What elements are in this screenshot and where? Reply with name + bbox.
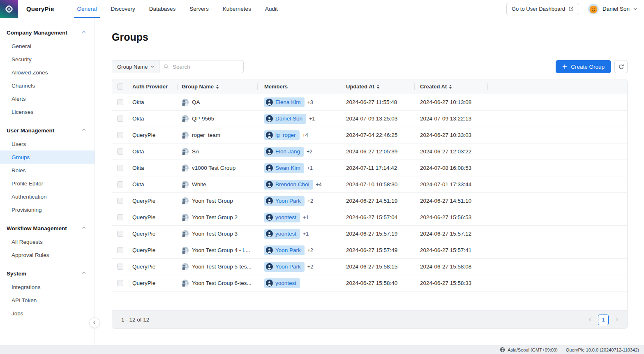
- header-group-name[interactable]: Group Name: [178, 79, 258, 94]
- sidebar-item-all-requests[interactable]: All Requests: [0, 235, 95, 248]
- member-chip[interactable]: lg_roger: [264, 130, 300, 140]
- member-avatar-icon: [266, 99, 273, 106]
- member-avatar-icon: [266, 148, 273, 155]
- member-chip[interactable]: Yoon Park: [264, 245, 305, 255]
- members-cell: Brendon Choi +4: [258, 176, 341, 192]
- header-members: Members: [258, 79, 341, 94]
- sidebar-item-provisioning[interactable]: Provisioning: [0, 203, 95, 216]
- member-chip[interactable]: Daniel Son: [264, 114, 306, 124]
- sidebar-section-title: Company Management: [7, 30, 67, 36]
- tab-servers[interactable]: Servers: [182, 0, 216, 18]
- members-cell: Elena Kim +3: [258, 94, 341, 110]
- row-checkbox[interactable]: [117, 231, 123, 237]
- group-name-cell: SA: [178, 143, 258, 160]
- row-checkbox[interactable]: [117, 247, 123, 253]
- sort-icon[interactable]: [377, 85, 379, 89]
- table-row: Okta SA Elon Ja: [112, 143, 627, 160]
- tab-audit[interactable]: Audit: [258, 0, 285, 18]
- chevron-down-icon: [633, 7, 637, 11]
- header-updated-at[interactable]: Updated At: [341, 79, 415, 94]
- row-checkbox[interactable]: [117, 148, 123, 155]
- sidebar-item-profile-editor[interactable]: Profile Editor: [0, 177, 95, 190]
- tab-general[interactable]: General: [70, 0, 104, 18]
- sort-icon[interactable]: [449, 85, 452, 89]
- sidebar-item-users[interactable]: Users: [0, 137, 95, 150]
- member-extra-count: +2: [307, 198, 313, 204]
- sidebar-item-groups[interactable]: Groups: [0, 150, 95, 164]
- created-at-cell: 2024-06-27 10:13:08: [415, 94, 488, 110]
- search-input[interactable]: [172, 63, 240, 70]
- row-checkbox[interactable]: [117, 280, 123, 286]
- sidebar-section-title: System: [7, 271, 26, 277]
- row-checkbox[interactable]: [117, 99, 123, 105]
- member-chip[interactable]: Swan Kim: [264, 163, 304, 173]
- sidebar-item-jobs[interactable]: Jobs: [0, 307, 95, 320]
- tab-discovery[interactable]: Discovery: [104, 0, 142, 18]
- member-chip[interactable]: Elon Jang: [264, 147, 304, 157]
- sidebar-item-channels[interactable]: Channels: [0, 79, 95, 92]
- row-checkbox[interactable]: [117, 198, 123, 204]
- member-chip[interactable]: Yoon Park: [264, 196, 305, 206]
- sidebar-section-header-system[interactable]: System: [0, 266, 95, 280]
- groups-table: Auth Provider Group Name Members Updated…: [112, 79, 628, 329]
- user-avatar: [588, 4, 599, 14]
- sidebar-item-security[interactable]: Security: [0, 53, 95, 66]
- members-cell: Daniel Son +1: [258, 111, 341, 127]
- page-number[interactable]: 1: [598, 315, 609, 325]
- sidebar-item-api-token[interactable]: API Token: [0, 294, 95, 307]
- row-checkbox[interactable]: [117, 264, 123, 270]
- sidebar-item-approval-rules[interactable]: Approval Rules: [0, 248, 95, 261]
- nav-divider: [64, 5, 64, 13]
- row-checkbox[interactable]: [117, 181, 123, 187]
- created-at-cell: 2024-06-27 12:03:22: [415, 143, 488, 160]
- auth-provider-cell: QueryPie: [128, 209, 178, 225]
- row-checkbox[interactable]: [117, 116, 123, 122]
- sidebar-item-general[interactable]: General: [0, 39, 95, 53]
- member-name: yoontest: [275, 214, 296, 220]
- created-at-cell: 2024-06-27 15:56:53: [415, 209, 488, 225]
- group-name: SA: [192, 148, 199, 155]
- select-all-checkbox[interactable]: [117, 83, 123, 90]
- sidebar-section-header-user-management[interactable]: User Management: [0, 123, 95, 137]
- sidebar-item-authentication[interactable]: Authentication: [0, 190, 95, 203]
- sidebar-section-header-company-management[interactable]: Company Management: [0, 25, 95, 39]
- member-name: lg_roger: [275, 132, 296, 138]
- group-avatar-icon: [182, 132, 189, 139]
- row-checkbox[interactable]: [117, 132, 123, 138]
- status-bar: Asia/Seoul (GMT+09:00) QueryPie 10.0.0 (…: [0, 345, 644, 354]
- next-page-button[interactable]: [612, 315, 621, 324]
- member-chip[interactable]: Brendon Choi: [264, 180, 313, 190]
- querypie-logo[interactable]: [0, 0, 18, 18]
- group-avatar-icon: [182, 99, 189, 106]
- auth-provider-cell: QueryPie: [128, 259, 178, 275]
- member-chip[interactable]: yoontest: [264, 278, 300, 288]
- member-chip[interactable]: Elena Kim: [264, 97, 305, 107]
- sort-icon[interactable]: [216, 85, 219, 89]
- sidebar-item-alerts[interactable]: Alerts: [0, 92, 95, 105]
- sidebar-item-integrations[interactable]: Integrations: [0, 280, 95, 294]
- sidebar-collapse-button[interactable]: [89, 317, 100, 328]
- table-header: Auth Provider Group Name Members Updated…: [112, 79, 627, 94]
- member-chip[interactable]: Yoon Park: [264, 262, 305, 272]
- group-name-cell: roger_team: [178, 127, 258, 143]
- sidebar-item-licenses[interactable]: Licenses: [0, 105, 95, 118]
- user-menu[interactable]: Daniel Son: [588, 4, 637, 14]
- sidebar-item-roles[interactable]: Roles: [0, 164, 95, 177]
- header-created-at[interactable]: Created At: [415, 79, 488, 94]
- created-at-cell: 2024-07-09 13:22:13: [415, 111, 488, 127]
- sidebar-item-allowed-zones[interactable]: Allowed Zones: [0, 66, 95, 79]
- sidebar-section-header-workflow-management[interactable]: Workflow Management: [0, 221, 95, 235]
- row-checkbox[interactable]: [117, 165, 123, 171]
- member-extra-count: +1: [307, 165, 313, 171]
- tab-databases[interactable]: Databases: [142, 0, 183, 18]
- create-group-button[interactable]: Create Group: [556, 60, 611, 73]
- tab-kubernetes[interactable]: Kubernetes: [216, 0, 258, 18]
- member-avatar-icon: [266, 132, 273, 139]
- filter-field-dropdown[interactable]: Group Name: [112, 60, 159, 73]
- prev-page-button[interactable]: [585, 315, 594, 324]
- member-chip[interactable]: yoontest: [264, 213, 300, 222]
- refresh-button[interactable]: [614, 60, 628, 73]
- member-chip[interactable]: yoontest: [264, 229, 300, 239]
- go-to-user-dashboard-button[interactable]: Go to User Dashboard: [506, 3, 579, 15]
- row-checkbox[interactable]: [117, 214, 123, 220]
